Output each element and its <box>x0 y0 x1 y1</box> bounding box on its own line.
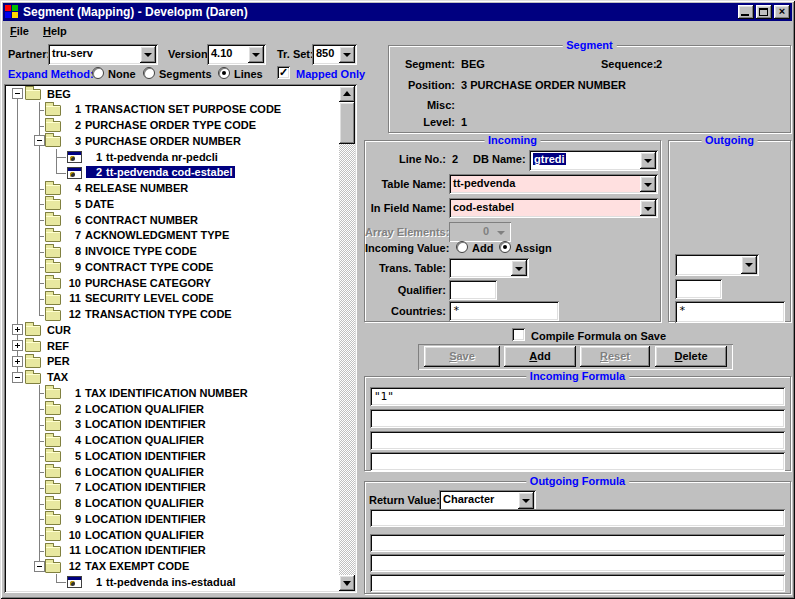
tree-item-label[interactable]: 5LOCATION IDENTIFIER <box>65 450 208 462</box>
tree-item[interactable]: REF <box>6 338 339 354</box>
tree-item[interactable]: TAX <box>6 370 339 386</box>
tree-item-label[interactable]: 2tt-pedvenda cod-estabel <box>86 166 235 178</box>
menu-item-file[interactable]: File <box>3 23 36 39</box>
tree-item-label[interactable]: 4RELEASE NUMBER <box>65 182 190 194</box>
tree-item[interactable]: 8LOCATION QUALIFIER <box>6 496 339 512</box>
tree-item[interactable]: 4RELEASE NUMBER <box>6 181 339 197</box>
add-button[interactable]: Add <box>504 346 576 367</box>
close-button[interactable]: × <box>774 5 790 19</box>
outgoing-trans-table-combobox[interactable] <box>675 254 759 276</box>
scroll-up-icon[interactable] <box>339 86 355 102</box>
tree-item-label[interactable]: BEG <box>45 88 73 100</box>
trset-dropdown-icon[interactable] <box>339 46 355 63</box>
tree-item[interactable]: CUR <box>6 322 339 338</box>
tree-item-label[interactable]: 6LOCATION QUALIFIER <box>65 466 206 478</box>
db-name-dropdown-icon[interactable] <box>640 152 656 169</box>
tree-item-label[interactable]: 7ACKNOWLEDGMENT TYPE <box>65 229 231 241</box>
outgoing-dropdown-icon[interactable] <box>741 256 757 274</box>
version-combobox[interactable]: 4.10 <box>207 44 266 65</box>
tree-item[interactable]: 6CONTRACT NUMBER <box>6 212 339 228</box>
tree-item-label[interactable]: 10PURCHASE CATEGORY <box>65 277 213 289</box>
formula-line[interactable] <box>370 452 785 471</box>
tree-item[interactable]: 9CONTRACT TYPE CODE <box>6 259 339 275</box>
tree-item-label[interactable]: 9LOCATION IDENTIFIER <box>65 513 208 525</box>
tree-item-label[interactable]: 5DATE <box>65 198 116 210</box>
tree-item-label[interactable]: 10LOCATION QUALIFIER <box>65 529 206 541</box>
tree-item[interactable]: 1tt-pedvenda nr-pedcli <box>6 149 339 165</box>
tree-item-label[interactable]: REF <box>45 340 71 352</box>
tree-item[interactable]: 7ACKNOWLEDGMENT TYPE <box>6 228 339 244</box>
expand-radio-lines[interactable] <box>218 67 230 79</box>
tree-item-label[interactable]: 6CONTRACT NUMBER <box>65 214 200 226</box>
expand-plus-icon[interactable] <box>12 324 23 335</box>
db-name-combobox[interactable]: gtredi <box>529 150 658 171</box>
qualifier-input[interactable] <box>449 280 497 300</box>
tree-item-label[interactable]: 8INVOICE TYPE CODE <box>65 245 199 257</box>
incoming-value-radio-add[interactable] <box>456 241 468 253</box>
outgoing-qualifier-input[interactable] <box>675 279 722 299</box>
expand-radio-segments[interactable] <box>143 67 155 79</box>
delete-button[interactable]: Delete <box>655 346 727 367</box>
tree-item-label[interactable]: 9CONTRACT TYPE CODE <box>65 261 215 273</box>
tree-item[interactable]: 2tt-pedvenda cod-estabel <box>6 165 339 181</box>
tree-item-label[interactable]: 2PURCHASE ORDER TYPE CODE <box>65 119 258 131</box>
expand-minus-icon[interactable] <box>12 88 23 99</box>
tree-item[interactable]: 5DATE <box>6 196 339 212</box>
outgoing-countries-input[interactable]: * <box>675 301 785 323</box>
trset-combobox[interactable]: 850 <box>312 44 357 65</box>
partner-dropdown-icon[interactable] <box>140 46 156 63</box>
tree-item[interactable]: 12TRANSACTION TYPE CODE <box>6 307 339 323</box>
tree-item[interactable]: BEG <box>6 86 339 102</box>
tree-item[interactable]: 11SECURITY LEVEL CODE <box>6 291 339 307</box>
formula-line[interactable] <box>370 534 785 552</box>
mapped-only-checkbox[interactable] <box>277 66 290 79</box>
tree-item-label[interactable]: 11LOCATION IDENTIFIER <box>65 544 208 556</box>
tree-item[interactable]: 1TRANSACTION SET PURPOSE CODE <box>6 102 339 118</box>
tree-item[interactable]: 8INVOICE TYPE CODE <box>6 244 339 260</box>
formula-line[interactable]: "1" <box>370 387 785 406</box>
tree-item-label[interactable]: CUR <box>45 324 73 336</box>
table-name-combobox[interactable]: tt-pedvenda <box>449 174 658 194</box>
tree-item[interactable]: 5LOCATION IDENTIFIER <box>6 448 339 464</box>
tree-item-label[interactable]: 12TRANSACTION TYPE CODE <box>65 308 234 320</box>
trans-table-dropdown-icon[interactable] <box>511 260 527 276</box>
formula-line[interactable] <box>370 431 785 450</box>
tree-item[interactable]: 11LOCATION IDENTIFIER <box>6 543 339 559</box>
tree-item[interactable]: 9LOCATION IDENTIFIER <box>6 511 339 527</box>
tree-item[interactable]: 2PURCHASE ORDER TYPE CODE <box>6 118 339 134</box>
tree-item[interactable]: 4LOCATION QUALIFIER <box>6 433 339 449</box>
tree-item[interactable]: 6LOCATION QUALIFIER <box>6 464 339 480</box>
minimize-button[interactable] <box>738 5 754 19</box>
tree-item-label[interactable]: 8LOCATION QUALIFIER <box>65 497 206 509</box>
partner-combobox[interactable]: tru-serv <box>48 44 158 65</box>
tree-item[interactable]: 12TAX EXEMPT CODE <box>6 559 339 575</box>
scrollbar-thumb[interactable] <box>339 102 355 144</box>
incoming-value-radio-assign[interactable] <box>499 241 511 253</box>
table-name-dropdown-icon[interactable] <box>640 176 656 192</box>
countries-input[interactable]: * <box>449 301 559 321</box>
tree-item-label[interactable]: 3PURCHASE ORDER NUMBER <box>65 135 243 147</box>
tree-item-label[interactable]: 1tt-pedvenda nr-pedcli <box>86 151 220 163</box>
return-value-dropdown-icon[interactable] <box>518 492 534 509</box>
tree-item[interactable]: 1tt-pedvenda ins-estadual <box>6 574 339 590</box>
version-dropdown-icon[interactable] <box>248 46 264 63</box>
tree-item-label[interactable]: 11SECURITY LEVEL CODE <box>65 292 216 304</box>
menu-item-help[interactable]: Help <box>36 23 74 39</box>
tree-item[interactable]: PER <box>6 354 339 370</box>
tree-item[interactable]: 10PURCHASE CATEGORY <box>6 275 339 291</box>
tree-item-label[interactable]: PER <box>45 355 72 367</box>
return-value-combobox[interactable]: Character <box>439 490 536 511</box>
tree-item[interactable]: 7LOCATION IDENTIFIER <box>6 480 339 496</box>
formula-line[interactable] <box>370 574 785 592</box>
tree-item[interactable]: 2LOCATION QUALIFIER <box>6 401 339 417</box>
compile-formula-checkbox[interactable] <box>512 328 525 341</box>
expand-minus-icon[interactable] <box>34 561 45 572</box>
expand-plus-icon[interactable] <box>12 356 23 367</box>
tree-scrollbar[interactable] <box>339 86 355 591</box>
tree-item[interactable]: 3PURCHASE ORDER NUMBER <box>6 133 339 149</box>
tree-item-label[interactable]: 1TAX IDENTIFICATION NUMBER <box>65 387 250 399</box>
tree-item-label[interactable]: 2LOCATION QUALIFIER <box>65 403 206 415</box>
formula-line[interactable] <box>370 509 785 527</box>
tree-item[interactable]: 10LOCATION QUALIFIER <box>6 527 339 543</box>
tree-item[interactable]: 1TAX IDENTIFICATION NUMBER <box>6 385 339 401</box>
